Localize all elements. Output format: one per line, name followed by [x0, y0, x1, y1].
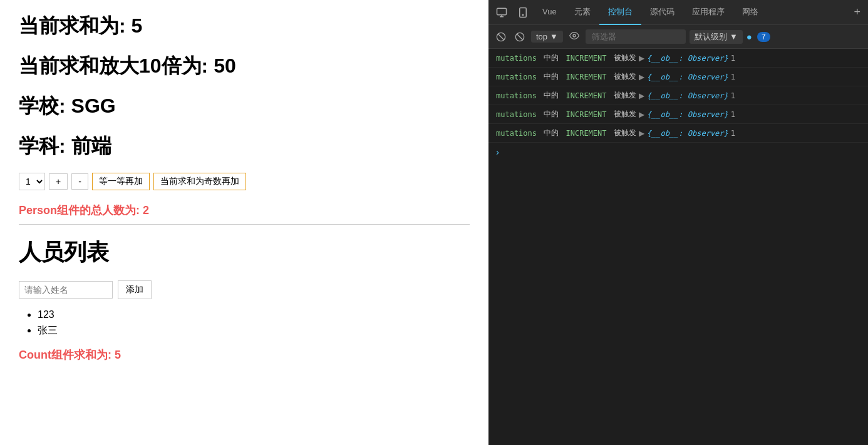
log-entry: mutations 中的 INCREMENT 被触发 ▶ {__ob__: Ob… — [488, 68, 868, 86]
person-total: Person组件的总人数为: 2 — [19, 203, 470, 218]
eye-icon[interactable] — [567, 29, 582, 44]
minus-button[interactable]: - — [71, 173, 88, 190]
top-label: top — [536, 32, 547, 41]
subject-label: 学科: 前端 — [19, 133, 470, 160]
top-selector[interactable]: top ▼ — [531, 31, 563, 43]
log-text: 中的 — [539, 71, 563, 82]
filter-input[interactable] — [586, 29, 686, 44]
tab-icon-monitor[interactable] — [491, 0, 512, 25]
level-selector[interactable]: 默认级别 ▼ — [690, 30, 743, 44]
tab-sources[interactable]: 源代码 — [641, 0, 683, 25]
list-item: 123 — [38, 309, 470, 320]
log-keyword: mutations — [496, 54, 537, 63]
log-entry: mutations 中的 INCREMENT 被触发 ▶ {__ob__: Ob… — [488, 49, 868, 68]
log-text: 中的 — [539, 90, 563, 101]
log-keyword: mutations — [496, 129, 537, 138]
log-keyword: mutations — [496, 73, 537, 81]
log-action: INCREMENT — [566, 129, 606, 138]
svg-line-6 — [498, 34, 504, 39]
add-button[interactable]: 添加 — [118, 280, 152, 299]
divider — [19, 224, 470, 225]
log-obj: {__ob__: Observer} — [647, 91, 728, 100]
svg-line-8 — [517, 34, 522, 39]
log-expand-icon[interactable]: ▶ — [639, 110, 644, 119]
log-action: INCREMENT — [566, 110, 606, 119]
log-triggered: 被触发 — [609, 128, 636, 138]
badge-count: 7 — [757, 32, 770, 42]
number-select[interactable]: 1 2 3 — [19, 173, 45, 190]
log-action: INCREMENT — [566, 91, 606, 100]
log-keyword: mutations — [496, 110, 537, 119]
log-entries: mutations 中的 INCREMENT 被触发 ▶ {__ob__: Ob… — [488, 49, 868, 445]
log-action: INCREMENT — [566, 73, 606, 81]
odd-button[interactable]: 当前求和为奇数再加 — [153, 173, 246, 190]
controls-row: 1 2 3 + - 等一等再加 当前求和为奇数再加 — [19, 173, 470, 190]
plus-button[interactable]: + — [49, 173, 68, 190]
count-sum: Count组件求和为: 5 — [19, 347, 470, 362]
top-chevron-icon: ▼ — [550, 32, 558, 41]
sum-label: 当前求和为: 5 — [19, 13, 470, 40]
log-num: 1 — [731, 73, 735, 81]
left-panel: 当前求和为: 5 当前求和放大10倍为: 50 学校: SGG 学科: 前端 1… — [0, 0, 488, 445]
log-text: 中的 — [539, 128, 563, 138]
log-expand-icon[interactable]: ▶ — [639, 129, 644, 138]
level-chevron-icon: ▼ — [730, 32, 738, 41]
log-entry: mutations 中的 INCREMENT 被触发 ▶ {__ob__: Ob… — [488, 105, 868, 124]
devtools-tabs: Vue 元素 控制台 源代码 应用程序 网络 + — [488, 0, 868, 25]
svg-point-4 — [522, 14, 524, 16]
console-prompt[interactable]: › — [488, 143, 868, 161]
level-label: 默认级别 — [695, 31, 727, 43]
log-obj: {__ob__: Observer} — [647, 110, 728, 119]
log-count-badge: ● 7 — [747, 31, 770, 42]
add-row: 添加 — [19, 280, 470, 299]
devtools-panel: Vue 元素 控制台 源代码 应用程序 网络 + top ▼ — [488, 0, 868, 445]
tab-icon-phone[interactable] — [512, 0, 534, 25]
log-obj: {__ob__: Observer} — [647, 73, 728, 81]
log-keyword: mutations — [496, 91, 537, 100]
list-title: 人员列表 — [19, 237, 470, 268]
svg-rect-0 — [497, 8, 507, 15]
clear-log-icon[interactable] — [493, 31, 509, 43]
dengdeng-button[interactable]: 等一等再加 — [92, 173, 150, 190]
log-triggered: 被触发 — [609, 109, 636, 120]
log-num: 1 — [731, 129, 735, 138]
log-triggered: 被触发 — [609, 71, 636, 82]
list-item: 张三 — [38, 324, 470, 337]
log-expand-icon[interactable]: ▶ — [639, 91, 644, 100]
tab-network[interactable]: 网络 — [733, 0, 767, 25]
prompt-icon: › — [496, 146, 499, 157]
log-num: 1 — [731, 110, 735, 119]
tab-vue[interactable]: Vue — [534, 0, 566, 25]
sum-x10-label: 当前求和放大10倍为: 50 — [19, 53, 470, 80]
person-list: 123 张三 — [19, 309, 470, 337]
log-entry: mutations 中的 INCREMENT 被触发 ▶ {__ob__: Ob… — [488, 86, 868, 105]
school-label: 学校: SGG — [19, 93, 470, 120]
log-expand-icon[interactable]: ▶ — [639, 73, 644, 81]
tab-console[interactable]: 控制台 — [599, 0, 641, 25]
tab-elements[interactable]: 元素 — [566, 0, 599, 25]
devtools-toolbar: top ▼ 默认级别 ▼ ● 7 — [488, 25, 868, 49]
log-num: 1 — [731, 91, 735, 100]
log-text: 中的 — [539, 109, 563, 120]
log-entry: mutations 中的 INCREMENT 被触发 ▶ {__ob__: Ob… — [488, 124, 868, 143]
tab-plus-icon[interactable]: + — [849, 6, 865, 19]
tab-application[interactable]: 应用程序 — [683, 0, 733, 25]
log-num: 1 — [731, 54, 735, 63]
log-triggered: 被触发 — [609, 90, 636, 101]
log-triggered: 被触发 — [609, 53, 636, 63]
log-obj: {__ob__: Observer} — [647, 54, 728, 63]
log-text: 中的 — [539, 53, 563, 63]
log-action: INCREMENT — [566, 54, 606, 63]
name-input[interactable] — [19, 281, 113, 299]
svg-point-9 — [573, 34, 576, 37]
ban-icon[interactable] — [512, 31, 527, 43]
log-obj: {__ob__: Observer} — [647, 129, 728, 138]
log-expand-icon[interactable]: ▶ — [639, 54, 644, 63]
